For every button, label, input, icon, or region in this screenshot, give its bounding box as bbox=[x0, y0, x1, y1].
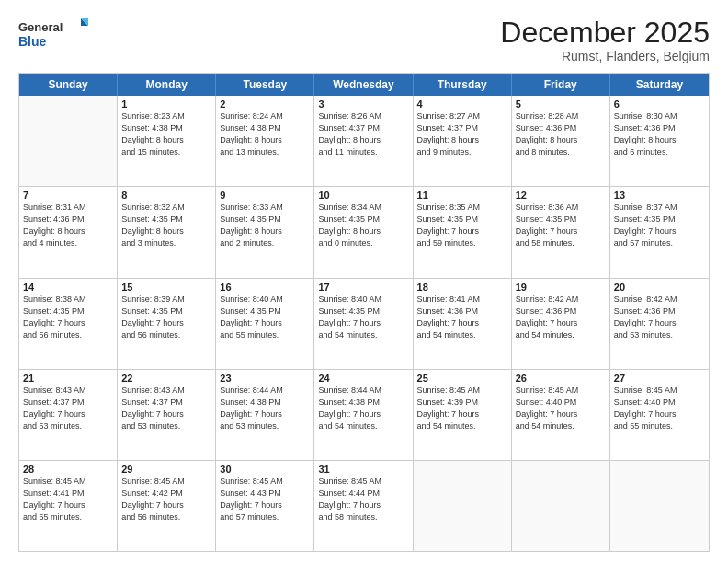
day-info: Sunrise: 8:31 AMSunset: 4:36 PMDaylight:… bbox=[23, 201, 113, 249]
day-info: Sunrise: 8:35 AMSunset: 4:35 PMDaylight:… bbox=[417, 201, 507, 249]
day-number: 10 bbox=[318, 190, 408, 201]
day-number: 17 bbox=[318, 282, 408, 293]
day-number: 22 bbox=[121, 373, 211, 384]
day-cell-6: 6Sunrise: 8:30 AMSunset: 4:36 PMDaylight… bbox=[610, 96, 709, 186]
day-number: 31 bbox=[318, 464, 408, 475]
day-info: Sunrise: 8:36 AMSunset: 4:35 PMDaylight:… bbox=[516, 201, 606, 249]
day-info: Sunrise: 8:39 AMSunset: 4:35 PMDaylight:… bbox=[121, 293, 211, 341]
day-cell-15: 15Sunrise: 8:39 AMSunset: 4:35 PMDayligh… bbox=[118, 279, 216, 369]
day-info: Sunrise: 8:24 AMSunset: 4:38 PMDaylight:… bbox=[220, 110, 310, 158]
day-cell-9: 9Sunrise: 8:33 AMSunset: 4:35 PMDaylight… bbox=[216, 187, 314, 277]
day-cell-10: 10Sunrise: 8:34 AMSunset: 4:35 PMDayligh… bbox=[314, 187, 413, 277]
day-cell-17: 17Sunrise: 8:40 AMSunset: 4:35 PMDayligh… bbox=[314, 279, 413, 369]
day-cell-27: 27Sunrise: 8:45 AMSunset: 4:40 PMDayligh… bbox=[610, 370, 709, 460]
day-info: Sunrise: 8:45 AMSunset: 4:40 PMDaylight:… bbox=[614, 385, 705, 432]
day-info: Sunrise: 8:40 AMSunset: 4:35 PMDaylight:… bbox=[318, 293, 408, 341]
day-cell-5: 5Sunrise: 8:28 AMSunset: 4:36 PMDaylight… bbox=[512, 96, 610, 186]
week-row-5: 28Sunrise: 8:45 AMSunset: 4:41 PMDayligh… bbox=[19, 461, 709, 551]
week-row-1: 1Sunrise: 8:23 AMSunset: 4:38 PMDaylight… bbox=[19, 96, 709, 187]
day-number: 21 bbox=[23, 373, 113, 384]
day-info: Sunrise: 8:45 AMSunset: 4:44 PMDaylight:… bbox=[318, 476, 408, 523]
day-number: 15 bbox=[121, 282, 211, 293]
header-day-wednesday: Wednesday bbox=[314, 74, 413, 96]
header-day-sunday: Sunday bbox=[19, 74, 118, 96]
day-number: 20 bbox=[614, 282, 705, 293]
day-number: 4 bbox=[417, 98, 507, 109]
day-cell-20: 20Sunrise: 8:42 AMSunset: 4:36 PMDayligh… bbox=[610, 279, 709, 369]
day-number: 2 bbox=[220, 98, 310, 109]
day-info: Sunrise: 8:44 AMSunset: 4:38 PMDaylight:… bbox=[318, 385, 408, 432]
day-info: Sunrise: 8:42 AMSunset: 4:36 PMDaylight:… bbox=[516, 293, 606, 341]
month-title: December 2025 bbox=[500, 17, 710, 49]
day-info: Sunrise: 8:45 AMSunset: 4:40 PMDaylight:… bbox=[516, 385, 606, 432]
day-cell-28: 28Sunrise: 8:45 AMSunset: 4:41 PMDayligh… bbox=[19, 461, 118, 551]
day-info: Sunrise: 8:43 AMSunset: 4:37 PMDaylight:… bbox=[23, 385, 113, 432]
day-number: 25 bbox=[417, 373, 507, 384]
svg-text:General: General bbox=[18, 20, 63, 34]
day-cell-4: 4Sunrise: 8:27 AMSunset: 4:37 PMDaylight… bbox=[414, 96, 512, 186]
location: Rumst, Flanders, Belgium bbox=[500, 49, 710, 63]
day-number: 7 bbox=[23, 190, 113, 201]
day-cell-12: 12Sunrise: 8:36 AMSunset: 4:35 PMDayligh… bbox=[512, 187, 610, 277]
day-info: Sunrise: 8:23 AMSunset: 4:38 PMDaylight:… bbox=[121, 110, 211, 158]
day-number: 16 bbox=[220, 282, 310, 293]
day-number: 8 bbox=[121, 190, 211, 201]
empty-cell bbox=[414, 461, 512, 551]
day-info: Sunrise: 8:40 AMSunset: 4:35 PMDaylight:… bbox=[220, 293, 310, 341]
header-day-monday: Monday bbox=[118, 74, 216, 96]
week-row-3: 14Sunrise: 8:38 AMSunset: 4:35 PMDayligh… bbox=[19, 279, 709, 370]
day-number: 30 bbox=[220, 464, 310, 475]
day-number: 12 bbox=[516, 190, 606, 201]
day-cell-25: 25Sunrise: 8:45 AMSunset: 4:39 PMDayligh… bbox=[414, 370, 512, 460]
day-number: 5 bbox=[516, 98, 606, 109]
day-info: Sunrise: 8:45 AMSunset: 4:42 PMDaylight:… bbox=[121, 476, 211, 523]
day-info: Sunrise: 8:44 AMSunset: 4:38 PMDaylight:… bbox=[220, 385, 310, 432]
logo: General Blue bbox=[18, 17, 92, 53]
day-number: 11 bbox=[417, 190, 507, 201]
day-number: 24 bbox=[318, 373, 408, 384]
day-info: Sunrise: 8:45 AMSunset: 4:41 PMDaylight:… bbox=[23, 476, 113, 523]
day-number: 27 bbox=[614, 373, 705, 384]
day-info: Sunrise: 8:43 AMSunset: 4:37 PMDaylight:… bbox=[121, 385, 211, 432]
day-number: 26 bbox=[516, 373, 606, 384]
day-info: Sunrise: 8:45 AMSunset: 4:43 PMDaylight:… bbox=[220, 476, 310, 523]
calendar-header: SundayMondayTuesdayWednesdayThursdayFrid… bbox=[19, 74, 709, 96]
title-block: December 2025 Rumst, Flanders, Belgium bbox=[500, 17, 710, 63]
day-info: Sunrise: 8:33 AMSunset: 4:35 PMDaylight:… bbox=[220, 201, 310, 249]
day-number: 13 bbox=[614, 190, 705, 201]
day-number: 3 bbox=[318, 98, 408, 109]
day-info: Sunrise: 8:26 AMSunset: 4:37 PMDaylight:… bbox=[318, 110, 408, 158]
day-cell-22: 22Sunrise: 8:43 AMSunset: 4:37 PMDayligh… bbox=[118, 370, 216, 460]
day-cell-7: 7Sunrise: 8:31 AMSunset: 4:36 PMDaylight… bbox=[19, 187, 118, 277]
week-row-2: 7Sunrise: 8:31 AMSunset: 4:36 PMDaylight… bbox=[19, 187, 709, 278]
day-cell-13: 13Sunrise: 8:37 AMSunset: 4:35 PMDayligh… bbox=[610, 187, 709, 277]
page: General Blue December 2025 Rumst, Flande… bbox=[0, 0, 728, 563]
day-number: 19 bbox=[516, 282, 606, 293]
empty-cell bbox=[512, 461, 610, 551]
day-number: 18 bbox=[417, 282, 507, 293]
day-cell-2: 2Sunrise: 8:24 AMSunset: 4:38 PMDaylight… bbox=[216, 96, 314, 186]
week-row-4: 21Sunrise: 8:43 AMSunset: 4:37 PMDayligh… bbox=[19, 370, 709, 461]
header-day-friday: Friday bbox=[512, 74, 610, 96]
logo-svg: General Blue bbox=[18, 17, 92, 53]
header: General Blue December 2025 Rumst, Flande… bbox=[18, 17, 710, 63]
day-cell-1: 1Sunrise: 8:23 AMSunset: 4:38 PMDaylight… bbox=[118, 96, 216, 186]
empty-cell bbox=[610, 461, 709, 551]
header-day-thursday: Thursday bbox=[414, 74, 512, 96]
day-info: Sunrise: 8:30 AMSunset: 4:36 PMDaylight:… bbox=[614, 110, 705, 158]
day-cell-30: 30Sunrise: 8:45 AMSunset: 4:43 PMDayligh… bbox=[216, 461, 314, 551]
calendar-body: 1Sunrise: 8:23 AMSunset: 4:38 PMDaylight… bbox=[19, 96, 709, 551]
day-cell-21: 21Sunrise: 8:43 AMSunset: 4:37 PMDayligh… bbox=[19, 370, 118, 460]
day-cell-8: 8Sunrise: 8:32 AMSunset: 4:35 PMDaylight… bbox=[118, 187, 216, 277]
calendar: SundayMondayTuesdayWednesdayThursdayFrid… bbox=[18, 73, 710, 552]
day-number: 23 bbox=[220, 373, 310, 384]
day-number: 29 bbox=[121, 464, 211, 475]
day-cell-3: 3Sunrise: 8:26 AMSunset: 4:37 PMDaylight… bbox=[314, 96, 413, 186]
day-info: Sunrise: 8:28 AMSunset: 4:36 PMDaylight:… bbox=[516, 110, 606, 158]
day-info: Sunrise: 8:37 AMSunset: 4:35 PMDaylight:… bbox=[614, 201, 705, 249]
day-cell-16: 16Sunrise: 8:40 AMSunset: 4:35 PMDayligh… bbox=[216, 279, 314, 369]
day-cell-19: 19Sunrise: 8:42 AMSunset: 4:36 PMDayligh… bbox=[512, 279, 610, 369]
day-info: Sunrise: 8:42 AMSunset: 4:36 PMDaylight:… bbox=[614, 293, 705, 341]
day-cell-31: 31Sunrise: 8:45 AMSunset: 4:44 PMDayligh… bbox=[314, 461, 413, 551]
header-day-saturday: Saturday bbox=[610, 74, 709, 96]
